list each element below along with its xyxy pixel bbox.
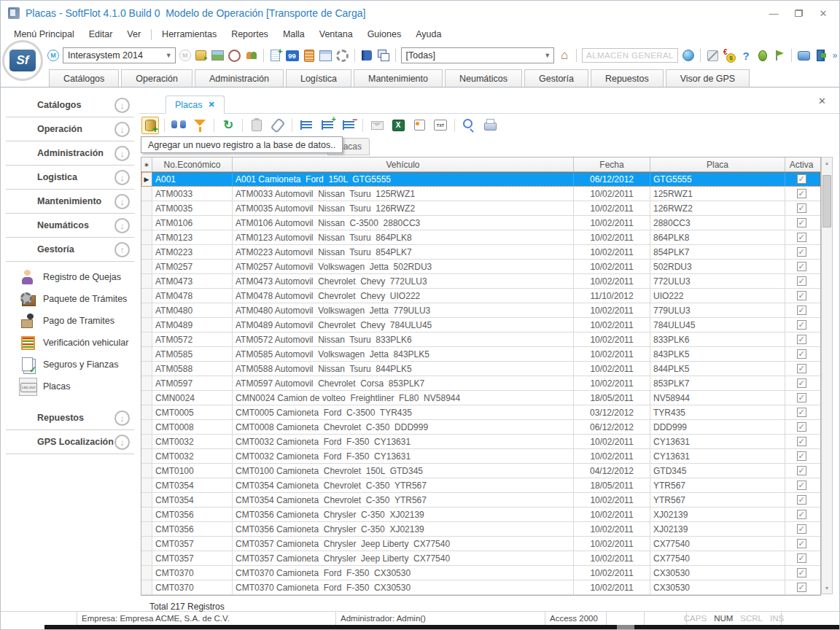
activa-checkbox[interactable]: ✓ (797, 510, 806, 519)
activa-checkbox[interactable]: ✓ (797, 320, 806, 330)
paste-icon[interactable] (248, 117, 265, 134)
sidebar-item-placas[interactable]: Placas (20, 376, 139, 397)
column-header-vehiculo[interactable]: Vehículo (233, 158, 574, 171)
sidebar-section-operacion[interactable]: Operación↓ (6, 117, 134, 141)
scope-selector[interactable]: [Todas] ▼ (401, 47, 555, 63)
expand-arrow-icon[interactable]: ↓ (114, 146, 130, 161)
activa-checkbox[interactable]: ✓ (797, 364, 806, 373)
table-row-atm0257[interactable]: ATM0257ATM0257 Automovil Volkswagen Jett… (141, 260, 820, 274)
sidebar-item-registro-de-quejas[interactable]: Registro de Quejas (20, 266, 139, 288)
table-row-atm0597[interactable]: ATM0597ATM0597 Automovil Chevrolet Corsa… (141, 376, 820, 391)
activa-checkbox[interactable]: ✓ (797, 306, 806, 315)
minimize-icon[interactable]: — (768, 8, 779, 19)
sidebar-item-seguros-y-fianzas[interactable]: Seguros y Fianzas (20, 354, 139, 376)
table-row-atm0033[interactable]: ATM0033ATM0033 Automovil Nissan Tsuru 12… (141, 187, 820, 201)
activa-checkbox[interactable]: ✓ (797, 524, 806, 534)
sidebar-item-verificacion-vehicular[interactable]: Verificación vehicular (20, 332, 139, 354)
new-document-icon[interactable] (269, 49, 282, 62)
table-row-cmt0356[interactable]: CMT0356CMT0356 Camioneta Chrysler C-350 … (141, 522, 820, 537)
table-row-cmt0032[interactable]: CMT0032CMT0032 Camioneta Ford F-350 CY13… (141, 435, 820, 449)
expand-arrow-icon[interactable]: ↓ (114, 218, 130, 233)
image-icon[interactable] (211, 49, 225, 62)
table-row-cmt0357[interactable]: CMT0357CMT0357 Camioneta Chrysler Jeep L… (141, 537, 820, 551)
exit-door-icon[interactable] (814, 49, 827, 62)
menu-item-ayuda[interactable]: Ayuda (408, 28, 448, 41)
activa-checkbox[interactable]: ✓ (797, 247, 806, 257)
ribbon-tab-gestoria[interactable]: Gestoría (524, 69, 588, 87)
gear-icon[interactable] (336, 49, 349, 62)
currency-icon[interactable] (723, 49, 736, 62)
email-export-icon[interactable] (368, 117, 386, 134)
menu-item-malla[interactable]: Malla (276, 28, 312, 41)
table-row-cmt0100[interactable]: CMT0100CMT0100 Camioneta Chevrolet 150L … (141, 464, 820, 478)
table-row-atm0572[interactable]: ATM0572ATM0572 Automovil Nissan Tsuru 83… (141, 332, 820, 347)
attachment-icon[interactable] (269, 117, 287, 134)
sidebar-section-gps-localizacion[interactable]: GPS Localización↓ (6, 430, 134, 454)
menu-item-reportes[interactable]: Reportes (224, 28, 276, 41)
sidebar-section-logistica[interactable]: Logistica↓ (6, 166, 134, 190)
flag-icon[interactable] (773, 49, 786, 62)
ribbon-tab-logistica[interactable]: Logística (286, 69, 351, 87)
checklist-icon[interactable] (303, 49, 316, 62)
sidebar-section-gestoria[interactable]: Gestoría↑ (6, 238, 134, 262)
expand-arrow-icon[interactable]: ↓ (114, 194, 130, 209)
search-binoculars-icon[interactable] (170, 117, 187, 134)
activa-checkbox[interactable]: ✓ (797, 262, 806, 271)
restore-icon[interactable] (793, 8, 804, 19)
properties-table-icon[interactable] (319, 49, 332, 62)
notes-export-icon[interactable] (411, 117, 428, 134)
ribbon-tab-administracion[interactable]: Administración (195, 69, 284, 87)
add-record-icon[interactable] (141, 117, 159, 134)
activa-checkbox[interactable]: ✓ (797, 378, 806, 388)
excel-export-icon[interactable] (389, 117, 407, 134)
column-header-placa[interactable]: Placa (650, 158, 785, 171)
numbering-icon[interactable]: 99 (286, 50, 299, 61)
table-row-cmt0356[interactable]: CMT0356CMT0356 Camioneta Chrysler C-350 … (141, 508, 820, 522)
sidebar-section-neumaticos[interactable]: Neumáticos↓ (6, 214, 134, 238)
expand-arrow-icon[interactable]: ↓ (114, 435, 130, 450)
activa-checkbox[interactable]: ✓ (797, 335, 806, 344)
table-row-cmn0024[interactable]: CMN0024CMN0024 Camion de volteo Freightl… (141, 391, 820, 405)
close-icon[interactable]: ✕ (817, 8, 829, 19)
expand-arrow-icon[interactable]: ↓ (114, 122, 130, 137)
column-header-fecha[interactable]: Fecha (574, 158, 650, 171)
expand-arrow-icon[interactable]: ↓ (114, 98, 130, 113)
warehouse-input[interactable] (582, 48, 678, 63)
vertical-scrollbar[interactable]: ▲ ▼ (821, 157, 833, 594)
table-row-cmt0032[interactable]: CMT0032CMT0032 Camioneta Ford F-350 CY13… (141, 449, 820, 464)
ribbon-tab-catalogos[interactable]: Catálogos (49, 69, 119, 87)
activa-checkbox[interactable]: ✓ (797, 233, 806, 242)
ribbon-tab-neumaticos[interactable]: Neumáticos (445, 69, 522, 87)
table-row-atm0478[interactable]: ATM0478ATM0478 Automovil Chevrolet Chevy… (141, 289, 820, 303)
activa-checkbox[interactable]: ✓ (797, 553, 806, 563)
activa-checkbox[interactable]: ✓ (797, 291, 806, 300)
activa-checkbox[interactable]: ✓ (797, 174, 806, 184)
table-row-atm0489[interactable]: ATM0489ATM0489 Automovil Chevrolet Chevy… (141, 318, 820, 332)
catalog-book-icon[interactable] (360, 49, 373, 62)
tree-view-icon[interactable] (298, 117, 315, 134)
activa-checkbox[interactable]: ✓ (797, 203, 806, 213)
table-row-atm0106[interactable]: ATM0106ATM0106 Automovil Nissan C-3500 2… (141, 216, 820, 230)
table-row-cmt0354[interactable]: CMT0354CMT0354 Camioneta Chevrolet C-350… (141, 493, 820, 508)
tab-placas[interactable]: Placas ✕ (166, 96, 225, 114)
table-row-atm0123[interactable]: ATM0123ATM0123 Automovil Nissan Tsuru 86… (141, 230, 820, 245)
activa-checkbox[interactable]: ✓ (797, 189, 806, 198)
table-row-atm0480[interactable]: ATM0480ATM0480 Automovil Volkswagen Jett… (141, 303, 820, 318)
users-icon[interactable] (245, 49, 258, 62)
activa-checkbox[interactable]: ✓ (797, 218, 806, 228)
table-row-cmt0357[interactable]: CMT0357CMT0357 Camioneta Chrysler Jeep L… (141, 551, 820, 566)
activa-checkbox[interactable]: ✓ (797, 437, 806, 446)
filter-icon[interactable] (191, 117, 209, 134)
ribbon-tab-visor-de-gps[interactable]: Visor de GPS (666, 69, 750, 87)
activa-checkbox[interactable]: ✓ (797, 568, 806, 578)
cascade-windows-icon[interactable] (377, 49, 390, 62)
expand-arrow-icon[interactable]: ↓ (114, 170, 130, 185)
module-badge-disabled-icon[interactable]: M (179, 50, 191, 61)
table-row-atm0588[interactable]: ATM0588ATM0588 Automovil Nissan Tsuru 84… (141, 362, 820, 376)
table-row-a001[interactable]: ▶A001A001 Camioneta Ford 150L GTG555506/… (141, 172, 820, 187)
table-row-cmt0005[interactable]: CMT0005CMT0005 Camioneta Ford C-3500 TYR… (141, 405, 820, 420)
table-row-atm0035[interactable]: ATM0035ATM0035 Automovil Nissan Tsuru 12… (141, 201, 820, 216)
sidebar-item-paquete-de-tramites[interactable]: Paquete de Trámites (20, 288, 139, 310)
table-row-atm0223[interactable]: ATM0223ATM0223 Automovil Nissan Tsuru 85… (141, 245, 820, 260)
scrollbar-thumb[interactable] (822, 175, 831, 228)
